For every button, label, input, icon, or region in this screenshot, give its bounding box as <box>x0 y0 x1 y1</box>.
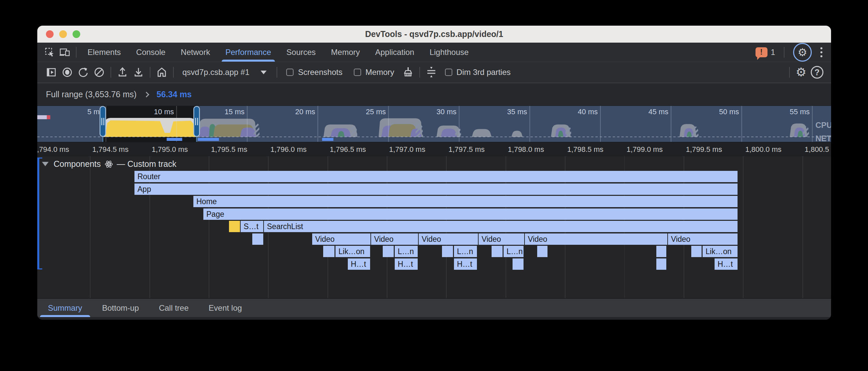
selection-handle-right[interactable] <box>194 107 199 137</box>
desktop-background: DevTools - qsvd7p.csb.app/video/1 Elemen… <box>0 0 868 371</box>
bottom-tab-bottom-up[interactable]: Bottom-up <box>99 299 142 317</box>
flame-bar[interactable]: H…t <box>715 258 738 270</box>
track-selection-bracket <box>37 158 42 269</box>
flame-bar[interactable] <box>442 246 454 257</box>
help-icon[interactable]: ? <box>809 64 825 80</box>
flame-bar[interactable] <box>513 258 524 270</box>
record-icon[interactable] <box>59 64 75 80</box>
flame-bar[interactable]: H…t <box>395 258 418 270</box>
flame-bar[interactable]: L…n <box>454 246 477 257</box>
clear-icon[interactable] <box>91 64 107 80</box>
flame-bar[interactable] <box>252 233 264 245</box>
window-title: DevTools - qsvd7p.csb.app/video/1 <box>365 29 503 39</box>
flame-bar[interactable]: SearchList <box>264 221 738 232</box>
flame-bar[interactable]: Router <box>134 171 738 182</box>
tab-network[interactable]: Network <box>173 42 218 62</box>
flame-bar[interactable]: H…t <box>454 258 477 270</box>
flame-bar[interactable] <box>656 246 667 257</box>
flame-bar[interactable]: Page <box>204 208 738 220</box>
minimize-button[interactable] <box>59 30 67 38</box>
target-selector[interactable]: qsvd7p.csb.app #1 <box>179 67 271 77</box>
flame-bar[interactable]: Video <box>312 233 371 245</box>
flame-bar[interactable]: Video <box>668 233 738 245</box>
dim-3rd-parties-label: Dim 3rd parties <box>457 67 511 77</box>
capture-settings-gear-icon[interactable]: ⚙ <box>793 64 809 80</box>
flame-bar[interactable] <box>323 246 335 257</box>
flame-bar[interactable] <box>691 246 702 257</box>
save-profile-icon[interactable] <box>130 64 147 80</box>
zoom-button[interactable] <box>72 30 80 38</box>
load-profile-icon[interactable] <box>115 64 130 80</box>
react-atom-icon <box>104 160 113 169</box>
flame-bar[interactable] <box>383 246 394 257</box>
memory-checkbox[interactable]: Memory <box>354 67 394 77</box>
bottom-tab-summary[interactable]: Summary <box>45 299 85 317</box>
settings-gear-icon: ⚙ <box>798 47 807 58</box>
collect-garbage-icon[interactable] <box>400 64 416 80</box>
settings-focus-ring[interactable]: ⚙ <box>793 43 812 62</box>
performance-toolbar: qsvd7p.csb.app #1 Screenshots Memory <box>37 62 831 83</box>
inspect-element-icon[interactable] <box>42 45 57 60</box>
flame-bar[interactable]: L…n <box>503 246 524 257</box>
toggle-sidebar-icon[interactable] <box>43 64 59 80</box>
overview-tick-label: 30 ms <box>437 108 457 116</box>
axis-label: 1,798.0 ms <box>508 145 544 154</box>
flame-bar[interactable]: Video <box>478 233 525 245</box>
flame-bar[interactable]: App <box>134 183 738 195</box>
flame-bar[interactable]: Video <box>525 233 668 245</box>
selection-handle-left[interactable] <box>100 107 105 137</box>
close-button[interactable] <box>46 30 54 38</box>
checkbox-box <box>445 68 452 76</box>
tab-memory[interactable]: Memory <box>323 42 368 62</box>
issues-count: 1 <box>771 48 775 57</box>
breadcrumb-selected-range[interactable]: 56.34 ms <box>156 90 192 99</box>
trace-marker <box>37 115 47 119</box>
net-request-bar <box>198 138 219 141</box>
checkbox-box <box>286 68 293 76</box>
flame-bar[interactable]: Lik…on <box>703 246 738 257</box>
flame-chart[interactable]: Components — Custom track RouterAppHomeP… <box>37 156 831 298</box>
collapse-triangle-icon[interactable] <box>42 162 49 166</box>
tab-sources[interactable]: Sources <box>279 42 323 62</box>
flame-bar[interactable] <box>492 246 503 257</box>
bottom-tab-event-log[interactable]: Event log <box>206 299 245 317</box>
axis-label: 1,794.5 ms <box>92 145 128 154</box>
flame-bar[interactable]: Lik…on <box>336 246 371 257</box>
target-selector-value: qsvd7p.csb.app #1 <box>182 67 249 77</box>
flame-bar[interactable]: Video <box>371 233 419 245</box>
cpu-scripting-area <box>105 120 196 137</box>
axis-label: 1,798.5 ms <box>567 145 603 154</box>
tab-elements[interactable]: Elements <box>80 42 128 62</box>
flame-bar[interactable]: S…t <box>241 221 264 232</box>
device-toolbar-icon[interactable] <box>57 45 72 60</box>
devtools-window: DevTools - qsvd7p.csb.app/video/1 Elemen… <box>37 26 831 320</box>
screenshots-label: Screenshots <box>298 67 342 77</box>
axis-label: 1,794.0 ms <box>37 145 69 154</box>
flame-bar[interactable] <box>229 221 241 232</box>
flame-bar[interactable]: Video <box>419 233 478 245</box>
tab-performance[interactable]: Performance <box>218 42 279 62</box>
track-header[interactable]: Components — Custom track <box>42 159 176 169</box>
flame-bar[interactable]: H…t <box>348 258 371 270</box>
flame-bar[interactable] <box>537 246 548 257</box>
tab-lighthouse[interactable]: Lighthouse <box>422 42 476 62</box>
tab-application[interactable]: Application <box>367 42 422 62</box>
more-options-icon[interactable] <box>817 47 826 57</box>
track-name: Components <box>54 159 101 169</box>
tab-console[interactable]: Console <box>128 42 173 62</box>
flame-bar[interactable]: Home <box>193 196 738 207</box>
axis-label: 1,799.0 ms <box>627 145 663 154</box>
flame-bar[interactable] <box>656 258 667 270</box>
gear-icon: ⚙ <box>796 66 806 78</box>
bottom-tab-call-tree[interactable]: Call tree <box>156 299 191 317</box>
dim-3rd-parties-checkbox[interactable]: Dim 3rd parties <box>445 67 511 77</box>
screenshots-checkbox[interactable]: Screenshots <box>286 67 342 77</box>
collapse-sanity-icon[interactable] <box>423 64 439 80</box>
live-metrics-home-icon[interactable] <box>154 64 170 80</box>
timeline-overview[interactable]: 5 ms10 ms15 ms20 ms25 ms30 ms35 ms40 ms4… <box>37 106 831 142</box>
flame-bar[interactable]: L…n <box>395 246 418 257</box>
issues-counter[interactable]: ! 1 <box>755 47 775 57</box>
divider <box>173 67 174 78</box>
breadcrumb-full-range[interactable]: Full range (3,653.76 ms) <box>46 90 136 99</box>
record-and-reload-icon[interactable] <box>75 64 91 80</box>
